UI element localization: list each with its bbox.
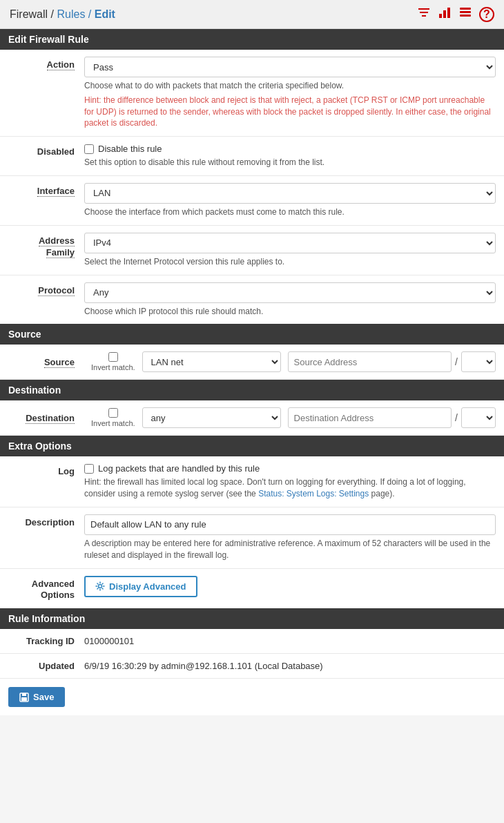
chart-icon[interactable]: [438, 6, 452, 23]
save-button-label: Save: [33, 692, 54, 702]
extra-options-body: Log Log packets that are handled by this…: [0, 456, 504, 608]
tracking-id-row: Tracking ID 0100000101: [0, 629, 504, 654]
protocol-row: Protocol Any TCP UDP ICMP Choose which I…: [0, 275, 504, 325]
disabled-hint: Set this option to disable this rule wit…: [84, 157, 496, 168]
description-content: A description may be entered here for ad…: [84, 514, 496, 561]
advanced-options-content: Display Advanced: [84, 576, 496, 597]
destination-invert-match: Invert match.: [91, 408, 135, 427]
protocol-select[interactable]: Any TCP UDP ICMP: [84, 282, 496, 303]
log-row: Log Log packets that are handled by this…: [0, 456, 504, 507]
source-row: Source Invert match. LAN net any Single …: [0, 345, 504, 380]
disabled-checkbox[interactable]: [84, 144, 94, 154]
interface-row: Interface LAN WAN Loopback Choose the in…: [0, 176, 504, 226]
rule-information-header: Rule Information: [0, 608, 504, 629]
protocol-label: Protocol: [8, 282, 84, 296]
interface-label: Interface: [8, 183, 84, 196]
source-net-select-wrapper: LAN net any Single host or alias LAN sub…: [142, 351, 281, 372]
source-net-select[interactable]: LAN net any Single host or alias LAN sub…: [142, 351, 281, 372]
interface-hint: Choose the interface from which packets …: [84, 206, 496, 218]
source-section-header: Source: [0, 324, 504, 345]
page-wrapper: Firewall / Rules / Edit: [0, 0, 504, 715]
interface-select[interactable]: LAN WAN Loopback: [84, 183, 496, 204]
destination-address-group: / 8 16 24 32: [288, 407, 496, 428]
source-invert-label: Invert match.: [91, 363, 135, 371]
destination-label: Destination: [8, 413, 84, 423]
source-section-body: Source Invert match. LAN net any Single …: [0, 345, 504, 380]
source-label: Source: [8, 357, 84, 367]
destination-section-header: Destination: [0, 380, 504, 400]
display-advanced-label: Display Advanced: [109, 581, 186, 592]
log-checkbox-label: Log packets that are handled by this rul…: [98, 463, 260, 474]
address-family-select[interactable]: IPv4 IPv6 IPv4+IPv6: [84, 233, 496, 253]
advanced-options-row: Advanced Options Display Advanced: [0, 569, 504, 609]
svg-rect-12: [21, 697, 27, 701]
svg-rect-6: [460, 8, 471, 10]
filter-icon[interactable]: [417, 6, 431, 23]
svg-rect-8: [460, 14, 471, 17]
breadcrumb-rules-link[interactable]: Rules /: [57, 8, 91, 20]
breadcrumb: Firewall / Rules / Edit: [10, 8, 115, 21]
svg-rect-7: [460, 11, 471, 13]
svg-rect-5: [447, 8, 450, 18]
description-label: Description: [8, 514, 84, 527]
address-family-label: Address Family: [8, 233, 84, 259]
svg-point-9: [99, 585, 102, 588]
destination-section-body: Destination Invert match. any LAN net Si…: [0, 400, 504, 436]
log-hint: Hint: the firewall has limited local log…: [84, 476, 496, 500]
address-family-content: IPv4 IPv6 IPv4+IPv6 Select the Internet …: [84, 233, 496, 268]
address-family-hint: Select the Internet Protocol version thi…: [84, 256, 496, 268]
source-address-group: / 8 16 24 32: [288, 351, 496, 372]
destination-slash: /: [454, 412, 459, 423]
destination-address-input[interactable]: [288, 407, 452, 428]
svg-rect-3: [439, 14, 442, 18]
disabled-label: Disabled: [8, 144, 84, 157]
tracking-id-label: Tracking ID: [8, 636, 84, 646]
action-label: Action: [8, 57, 84, 70]
svg-rect-11: [22, 693, 26, 696]
advanced-options-label: Advanced Options: [8, 576, 84, 602]
disabled-row: Disabled Disable this rule Set this opti…: [0, 137, 504, 176]
log-checkbox-row: Log packets that are handled by this rul…: [84, 463, 496, 474]
action-hint2: Hint: the difference between block and r…: [84, 95, 496, 129]
edit-firewall-rule-header: Edit Firewall Rule: [0, 29, 504, 50]
help-icon[interactable]: ?: [479, 7, 494, 22]
description-input[interactable]: [84, 514, 496, 535]
description-row: Description A description may be entered…: [0, 507, 504, 569]
log-content: Log packets that are handled by this rul…: [84, 463, 496, 500]
disabled-checkbox-row: Disable this rule: [84, 144, 496, 154]
source-cidr-select[interactable]: 8 16 24 32: [461, 351, 496, 372]
extra-options-header: Extra Options: [0, 436, 504, 456]
destination-cidr-select[interactable]: 8 16 24 32: [461, 407, 496, 428]
action-hint1: Choose what to do with packets that matc…: [84, 80, 496, 92]
updated-value: 6/9/19 16:30:29 by admin@192.168.1.101 (…: [84, 661, 496, 671]
action-select[interactable]: Pass Block Reject: [84, 57, 496, 77]
tracking-id-value: 0100000101: [84, 636, 496, 646]
updated-row: Updated 6/9/19 16:30:29 by admin@192.168…: [0, 654, 504, 679]
breadcrumb-edit: Edit: [95, 8, 115, 20]
breadcrumb-static: Firewall /: [10, 8, 54, 20]
source-invert-match: Invert match.: [91, 352, 135, 371]
log-checkbox[interactable]: [84, 464, 94, 474]
destination-invert-label: Invert match.: [91, 419, 135, 427]
rule-information-body: Tracking ID 0100000101 Updated 6/9/19 16…: [0, 629, 504, 679]
destination-net-select[interactable]: any LAN net Single host or alias LAN sub…: [142, 407, 281, 428]
action-row: Action Pass Block Reject Choose what to …: [0, 50, 504, 137]
source-address-input[interactable]: [288, 351, 452, 372]
gear-icon: [95, 581, 105, 591]
destination-invert-checkbox[interactable]: [108, 408, 118, 418]
header-icons: ?: [417, 6, 494, 23]
display-advanced-button[interactable]: Display Advanced: [84, 576, 197, 597]
protocol-hint: Choose which IP protocol this rule shoul…: [84, 306, 496, 318]
svg-rect-4: [443, 10, 446, 18]
list-icon[interactable]: [458, 6, 472, 23]
destination-net-select-wrapper: any LAN net Single host or alias LAN sub…: [142, 407, 281, 428]
interface-content: LAN WAN Loopback Choose the interface fr…: [84, 183, 496, 218]
disabled-content: Disable this rule Set this option to dis…: [84, 144, 496, 168]
source-slash: /: [454, 356, 459, 367]
source-invert-checkbox[interactable]: [108, 352, 118, 362]
save-icon: [19, 693, 29, 702]
save-button[interactable]: Save: [8, 687, 65, 707]
address-family-row: Address Family IPv4 IPv6 IPv4+IPv6 Selec…: [0, 226, 504, 275]
edit-firewall-rule-body: Action Pass Block Reject Choose what to …: [0, 50, 504, 324]
log-hint-link[interactable]: Status: System Logs: Settings: [258, 489, 369, 498]
